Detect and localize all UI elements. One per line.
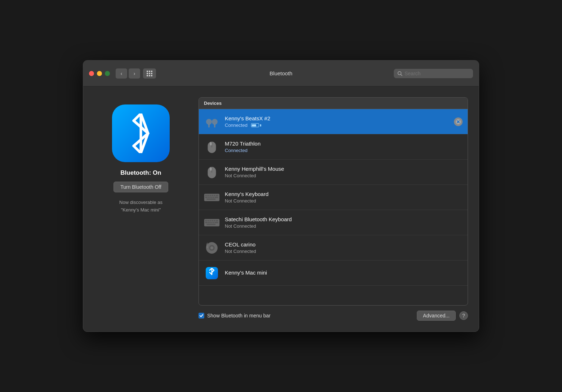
right-panel: Devices Kenny's BeatsX #2Connected M720 … [199, 97, 468, 321]
back-button[interactable]: ‹ [116, 68, 127, 79]
device-icon-speaker [204, 240, 220, 256]
search-box[interactable] [394, 69, 473, 78]
device-row[interactable]: Kenny's BeatsX #2Connected [199, 109, 468, 134]
device-info: Kenny's Mac mini [225, 270, 463, 277]
device-name: CEOL carino [225, 241, 463, 248]
svg-rect-22 [205, 196, 208, 198]
svg-rect-21 [216, 195, 218, 196]
devices-header: Devices [199, 98, 468, 109]
svg-rect-4 [208, 124, 210, 128]
device-row[interactable]: Kenny Hemphill's MouseNot Connected [199, 160, 468, 185]
svg-rect-33 [214, 220, 215, 221]
device-name: Kenny's Mac mini [225, 270, 463, 276]
battery-tip [260, 124, 261, 126]
svg-rect-11 [210, 142, 212, 145]
bluetooth-status: Bluetooth: On [120, 169, 161, 177]
disconnect-button[interactable] [454, 117, 463, 126]
device-name: M720 Triathlon [225, 141, 463, 147]
content: Bluetooth: On Turn Bluetooth Off Now dis… [83, 86, 479, 331]
device-icon-earbuds [204, 114, 220, 130]
svg-rect-30 [208, 220, 209, 221]
device-row[interactable]: M720 TriathlonConnected [199, 134, 468, 160]
device-icon-keyboard [204, 215, 220, 231]
maximize-button[interactable] [105, 71, 110, 76]
grid-icon [147, 71, 152, 76]
grid-button[interactable] [143, 68, 156, 79]
device-status: Not Connected [225, 249, 463, 254]
svg-point-3 [212, 119, 218, 125]
device-row[interactable]: Kenny's KeyboardNot Connected [199, 185, 468, 210]
forward-button[interactable]: › [129, 68, 140, 79]
device-row[interactable]: Kenny's Mac mini [199, 260, 468, 286]
svg-line-1 [401, 74, 402, 76]
titlebar: ‹ › Bluetooth [83, 61, 479, 86]
bluetooth-symbol [126, 113, 155, 153]
turn-bluetooth-off-button[interactable]: Turn Bluetooth Off [113, 182, 168, 192]
bluetooth-icon-container [112, 104, 170, 162]
svg-rect-34 [216, 220, 218, 221]
svg-rect-24 [210, 196, 212, 198]
device-info: CEOL carinoNot Connected [225, 241, 463, 254]
svg-rect-29 [205, 220, 207, 221]
show-bluetooth-label: Show Bluetooth in menu bar [207, 313, 271, 318]
window-title: Bluetooth [269, 70, 292, 76]
svg-rect-14 [210, 167, 212, 170]
left-panel: Bluetooth: On Turn Bluetooth Off Now dis… [94, 97, 188, 321]
footer-right: Advanced... ? [417, 311, 468, 321]
device-icon-mouse [204, 139, 220, 155]
battery-indicator [251, 123, 261, 127]
close-button[interactable] [89, 71, 94, 76]
device-row[interactable]: Satechi Bluetooth KeyboardNot Connected [199, 210, 468, 235]
device-info: M720 TriathlonConnected [225, 141, 463, 153]
svg-rect-40 [206, 223, 215, 225]
svg-rect-27 [206, 198, 215, 200]
svg-rect-17 [208, 195, 209, 196]
show-bluetooth-checkbox[interactable] [199, 313, 204, 318]
device-row[interactable]: CEOL carinoNot Connected [199, 235, 468, 260]
footer: Show Bluetooth in menu bar Advanced... ? [199, 311, 468, 321]
svg-rect-38 [212, 222, 214, 223]
svg-rect-39 [214, 222, 218, 223]
search-input[interactable] [405, 71, 469, 76]
advanced-button[interactable]: Advanced... [417, 311, 456, 321]
x-icon [456, 119, 461, 124]
svg-rect-20 [214, 195, 215, 196]
svg-rect-26 [214, 196, 218, 198]
window: ‹ › Bluetooth [83, 60, 479, 332]
svg-rect-25 [212, 196, 214, 198]
help-button[interactable]: ? [459, 311, 468, 320]
svg-rect-18 [209, 195, 211, 196]
search-icon [397, 71, 402, 76]
device-name: Kenny's BeatsX #2 [225, 115, 454, 121]
devices-list[interactable]: Kenny's BeatsX #2Connected M720 Triathlo… [199, 109, 468, 305]
device-status: Not Connected [225, 173, 463, 178]
device-info: Kenny's KeyboardNot Connected [225, 191, 463, 204]
checkmark-icon [200, 314, 203, 317]
traffic-lights [89, 71, 110, 76]
svg-point-43 [210, 246, 213, 249]
nav-buttons: ‹ › [116, 68, 156, 79]
device-info: Satechi Bluetooth KeyboardNot Connected [225, 216, 463, 229]
device-info: Kenny's BeatsX #2Connected [225, 115, 454, 128]
svg-rect-5 [214, 124, 215, 128]
svg-rect-31 [209, 220, 211, 221]
svg-rect-19 [211, 195, 213, 196]
minimize-button[interactable] [97, 71, 102, 76]
discoverable-text: Now discoverable as "Kenny's Mac mini" [119, 199, 162, 214]
svg-rect-16 [205, 195, 207, 196]
svg-rect-32 [211, 220, 213, 221]
device-status: Connected [225, 122, 454, 128]
battery-body [251, 123, 259, 127]
svg-rect-36 [208, 222, 210, 223]
mac-mini-icon [206, 267, 218, 279]
device-icon-keyboard [204, 190, 220, 205]
battery-fill [252, 124, 256, 126]
device-name: Kenny's Keyboard [225, 191, 463, 197]
device-icon-macmini [204, 265, 220, 281]
show-bluetooth-checkbox-container[interactable]: Show Bluetooth in menu bar [199, 313, 271, 318]
device-name: Kenny Hemphill's Mouse [225, 166, 463, 172]
device-icon-mouse [204, 164, 220, 180]
device-name: Satechi Bluetooth Keyboard [225, 216, 463, 222]
device-status: Not Connected [225, 223, 463, 229]
svg-rect-35 [205, 222, 208, 223]
